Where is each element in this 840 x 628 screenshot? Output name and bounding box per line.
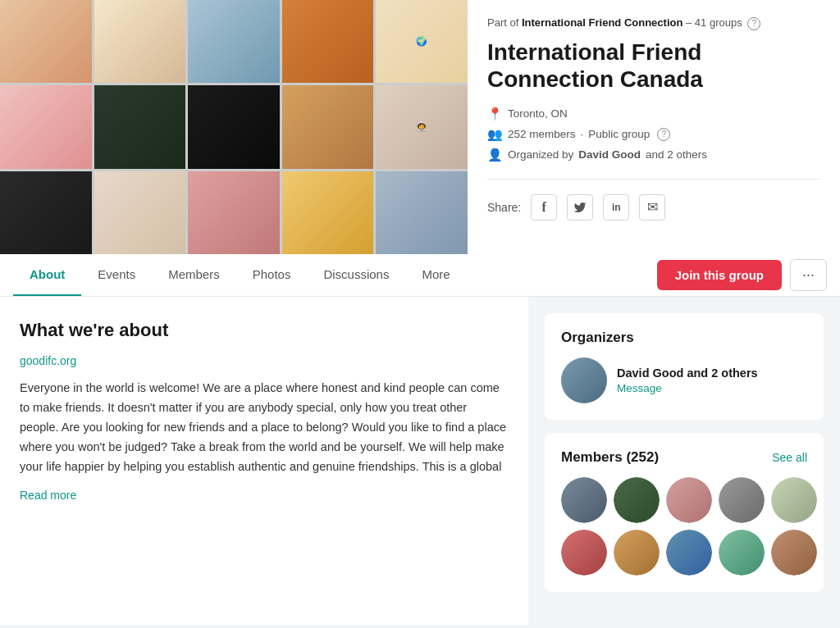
members-row: 👥 252 members · Public group ? [487, 127, 820, 142]
nav-item-members[interactable]: Members [152, 254, 236, 296]
see-all-link[interactable]: See all [772, 451, 807, 464]
collage-img-8 [188, 85, 280, 168]
group-title: International Friend Connection Canada [487, 39, 820, 93]
help-icon[interactable]: ? [747, 17, 760, 30]
collage-img-2 [94, 0, 186, 83]
collage-img-15 [376, 171, 468, 254]
collage-img-14 [282, 171, 374, 254]
read-more-link[interactable]: Read more [20, 489, 509, 502]
nav-actions: Join this group ··· [657, 259, 827, 291]
nav-item-about[interactable]: About [13, 254, 81, 296]
organizer-name: David Good [578, 148, 641, 161]
location-row: 📍 Toronto, ON [487, 107, 820, 121]
organizer-avatar [561, 357, 607, 403]
collage-img-9 [282, 85, 374, 168]
linkedin-share-icon[interactable]: in [603, 194, 629, 221]
member-avatar-7 [614, 530, 660, 576]
group-type: Public group [588, 128, 650, 140]
members-icon: 👥 [487, 127, 503, 142]
collage-img-1 [0, 0, 92, 83]
about-title: What we're about [20, 320, 509, 341]
right-column: Organizers David Good and 2 others Messa… [528, 297, 840, 625]
members-grid [561, 477, 807, 576]
collage-img-5: 🌍 [376, 0, 468, 83]
nav-item-photos[interactable]: Photos [236, 254, 308, 296]
nav-items: About Events Members Photos Discussions … [13, 254, 467, 296]
page-wrapper: 🌍 🧑‍🚀 Part of International Friend Conne… [0, 0, 840, 625]
organized-by-prefix: Organized by [508, 148, 573, 161]
website-link[interactable]: goodifc.org [20, 354, 509, 367]
facebook-share-icon[interactable]: f [531, 194, 557, 221]
join-group-button[interactable]: Join this group [657, 260, 782, 290]
members-title: Members (252) [561, 449, 659, 466]
main-content: What we're about goodifc.org Everyone in… [0, 297, 840, 625]
collage-img-4 [282, 0, 374, 83]
twitter-share-icon[interactable] [567, 194, 593, 221]
collage-img-3 [188, 0, 280, 83]
organizer-info: David Good and 2 others Message [617, 366, 758, 394]
collage-img-10: 🧑‍🚀 [376, 85, 468, 168]
hero-collage: 🌍 🧑‍🚀 [0, 0, 468, 254]
collage-img-13 [188, 171, 280, 254]
organizers-title: Organizers [561, 330, 807, 346]
organizer-row: David Good and 2 others Message [561, 357, 807, 403]
organizer-display-name: David Good and 2 others [617, 366, 758, 380]
email-share-icon[interactable]: ✉ [639, 194, 665, 221]
organizer-message-link[interactable]: Message [617, 382, 758, 394]
group-type-help-icon[interactable]: ? [657, 128, 670, 141]
members-header: Members (252) See all [561, 449, 807, 466]
member-avatar-3 [666, 477, 712, 523]
member-avatar-4 [719, 477, 765, 523]
more-options-button[interactable]: ··· [790, 259, 827, 291]
part-of-text: Part of International Friend Connection … [487, 16, 820, 30]
organizers-card: Organizers David Good and 2 others Messa… [545, 313, 824, 420]
organizer-suffix: and 2 others [646, 148, 707, 161]
hero-section: 🌍 🧑‍🚀 Part of International Friend Conne… [0, 0, 840, 254]
collage-img-6 [0, 85, 92, 168]
members-count: 252 members [508, 128, 576, 140]
collage-img-12 [94, 171, 186, 254]
share-label: Share: [487, 201, 521, 214]
organizer-row: 👤 Organized by David Good and 2 others [487, 148, 820, 162]
member-avatar-2 [614, 477, 660, 523]
about-body: Everyone in the world is welcome! We are… [20, 379, 509, 477]
member-avatar-6 [561, 530, 607, 576]
about-section: What we're about goodifc.org Everyone in… [0, 297, 528, 625]
nav-bar: About Events Members Photos Discussions … [0, 254, 840, 297]
collage-img-7 [94, 85, 186, 168]
share-row: Share: f in ✉ [487, 179, 820, 221]
hero-info: Part of International Friend Connection … [468, 0, 840, 254]
nav-item-discussions[interactable]: Discussions [307, 254, 405, 296]
member-avatar-1 [561, 477, 607, 523]
member-avatar-9 [719, 530, 765, 576]
nav-item-more[interactable]: More [405, 254, 466, 296]
member-avatar-5 [771, 477, 817, 523]
location-text: Toronto, ON [508, 107, 568, 120]
member-avatar-8 [666, 530, 712, 576]
collage-img-11 [0, 171, 92, 254]
nav-item-events[interactable]: Events [81, 254, 152, 296]
member-avatar-10 [771, 530, 817, 576]
members-card: Members (252) See all [545, 433, 824, 592]
location-icon: 📍 [487, 107, 503, 121]
organizer-icon: 👤 [487, 148, 503, 162]
